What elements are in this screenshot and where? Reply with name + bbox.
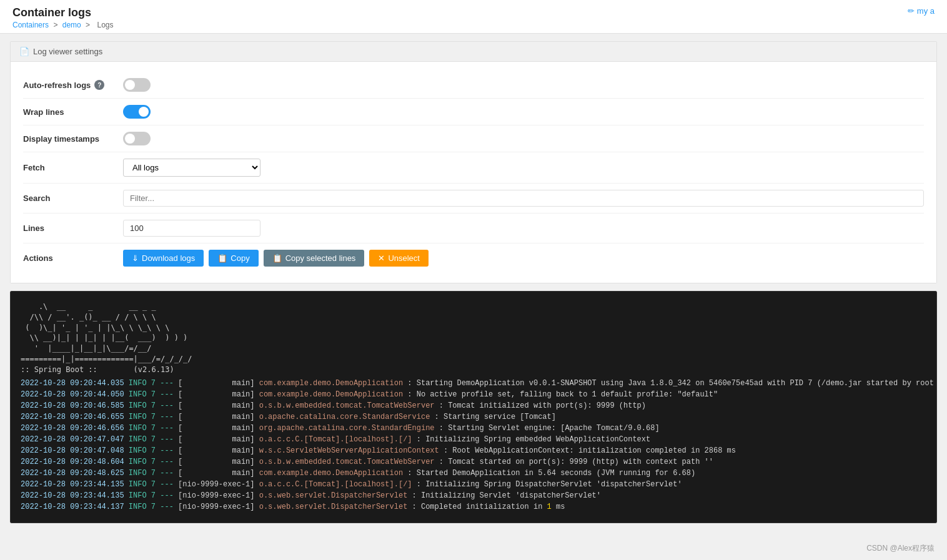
page-title: Container logs: [12, 6, 935, 19]
user-link[interactable]: ✏ my a: [908, 6, 935, 16]
copy-icon: 📋: [217, 253, 227, 263]
wrap-lines-slider: [123, 105, 151, 119]
log-entry: 2022-10-28 09:23:44.135 INFO 7 --- [nio-…: [21, 490, 926, 501]
search-input[interactable]: [123, 190, 924, 207]
settings-panel-title: Log viewer settings: [33, 47, 102, 56]
wrap-lines-row: Wrap lines: [23, 99, 924, 125]
log-entry: 2022-10-28 09:20:44.050 INFO 7 --- [ mai…: [21, 389, 926, 400]
breadcrumb-containers[interactable]: Containers: [12, 21, 49, 29]
auto-refresh-label: Auto-refresh logs ?: [23, 80, 123, 90]
actions-buttons: ⇓ Download logs 📋 Copy 📋 Copy selected l…: [123, 250, 924, 267]
actions-label: Actions: [23, 253, 123, 263]
help-icon[interactable]: ?: [94, 80, 104, 90]
breadcrumb-current: Logs: [97, 21, 113, 29]
breadcrumb-sep1: >: [53, 21, 57, 29]
lines-input[interactable]: [123, 220, 260, 237]
settings-panel-header: 📄 Log viewer settings: [11, 42, 936, 62]
copy-selected-button[interactable]: 📋 Copy selected lines: [264, 250, 365, 267]
fetch-row: Fetch All logs Last 100 lines Last 200 l…: [23, 152, 924, 184]
file-icon: 📄: [19, 47, 29, 56]
copy-button[interactable]: 📋 Copy: [209, 250, 258, 267]
wrap-lines-control: [123, 105, 924, 119]
breadcrumb-sep2: >: [86, 21, 90, 29]
log-entry: 2022-10-28 09:20:46.655 INFO 7 --- [ mai…: [21, 411, 926, 423]
log-entry: 2022-10-28 09:20:48.625 INFO 7 --- [ mai…: [21, 468, 926, 479]
display-timestamps-control: [123, 132, 924, 145]
log-entry: 2022-10-28 09:23:44.137 INFO 7 --- [nio-…: [21, 501, 926, 513]
page-header: Container logs Containers > demo > Logs: [0, 0, 947, 34]
log-entry: 2022-10-28 09:20:46.656 INFO 7 --- [ mai…: [21, 423, 926, 434]
search-row: Search: [23, 184, 924, 214]
log-entry: 2022-10-28 09:20:47.047 INFO 7 --- [ mai…: [21, 434, 926, 445]
wrap-lines-label: Wrap lines: [23, 107, 123, 117]
actions-row: Actions ⇓ Download logs 📋 Copy 📋 Copy se…: [23, 243, 924, 273]
log-lines: 2022-10-28 09:20:44.035 INFO 7 --- [ mai…: [21, 378, 926, 513]
lines-label: Lines: [23, 224, 123, 233]
display-timestamps-slider: [123, 132, 151, 145]
breadcrumb-demo[interactable]: demo: [62, 21, 81, 29]
log-ascii-art: .\ __ _ __ _ _ /\\ / __'. _()_ __ / / \ …: [21, 302, 926, 375]
log-area: .\ __ _ __ _ _ /\\ / __'. _()_ __ / / \ …: [10, 291, 937, 523]
log-entry: 2022-10-28 09:20:47.048 INFO 7 --- [ mai…: [21, 445, 926, 456]
fetch-select[interactable]: All logs Last 100 lines Last 200 lines L…: [123, 159, 260, 177]
log-entry: 2022-10-28 09:20:48.604 INFO 7 --- [ mai…: [21, 456, 926, 468]
log-entry: 2022-10-28 09:20:46.585 INFO 7 --- [ mai…: [21, 400, 926, 411]
lines-control: [123, 220, 924, 237]
auto-refresh-slider: [123, 78, 151, 92]
search-control: [123, 190, 924, 207]
actions-control: ⇓ Download logs 📋 Copy 📋 Copy selected l…: [123, 250, 924, 267]
fetch-label: Fetch: [23, 163, 123, 172]
unselect-icon: ✕: [378, 253, 385, 263]
download-icon: ⇓: [132, 253, 139, 263]
display-timestamps-toggle[interactable]: [123, 132, 151, 145]
lines-row: Lines: [23, 214, 924, 243]
display-timestamps-label: Display timestamps: [23, 134, 123, 144]
auto-refresh-row: Auto-refresh logs ?: [23, 72, 924, 99]
download-logs-button[interactable]: ⇓ Download logs: [123, 250, 204, 267]
fetch-control: All logs Last 100 lines Last 200 lines L…: [123, 159, 924, 177]
breadcrumb: Containers > demo > Logs: [12, 21, 935, 29]
log-entry: 2022-10-28 09:20:44.035 INFO 7 --- [ mai…: [21, 378, 926, 389]
settings-panel: 📄 Log viewer settings Auto-refresh logs …: [10, 41, 937, 283]
wrap-lines-toggle[interactable]: [123, 105, 151, 119]
settings-body: Auto-refresh logs ? Wrap lines: [11, 62, 936, 283]
search-label: Search: [23, 194, 123, 203]
unselect-button[interactable]: ✕ Unselect: [369, 250, 429, 267]
auto-refresh-toggle[interactable]: [123, 78, 151, 92]
auto-refresh-control: [123, 78, 924, 92]
log-entry: 2022-10-28 09:23:44.135 INFO 7 --- [nio-…: [21, 479, 926, 490]
copy-selected-icon: 📋: [272, 253, 282, 263]
display-timestamps-row: Display timestamps: [23, 125, 924, 152]
